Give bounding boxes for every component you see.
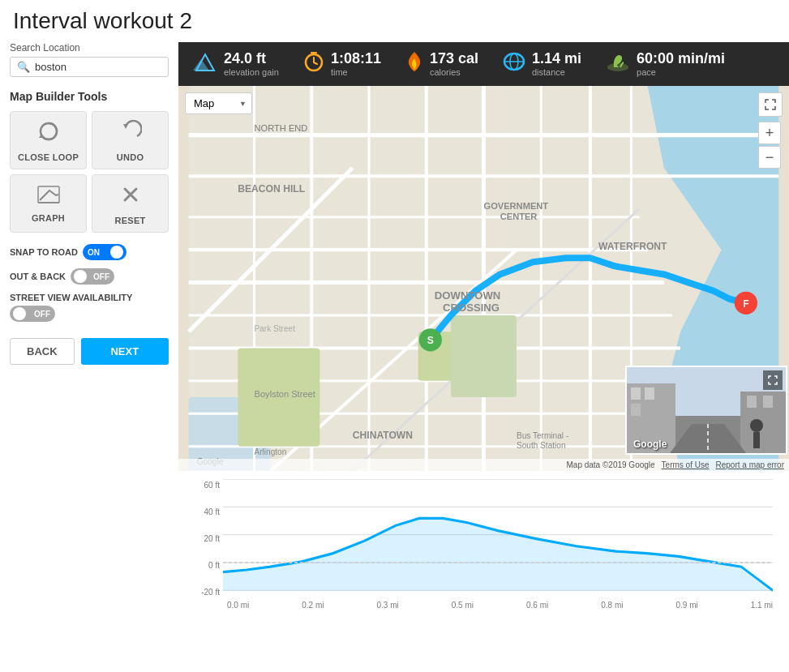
snap-to-road-label: SNAP TO ROAD — [10, 247, 78, 257]
time-value: 1:08:11 — [331, 51, 381, 67]
stat-pace: 60:00 min/mi pace — [606, 51, 725, 77]
pace-label: pace — [637, 67, 725, 77]
y-label-1: 40 ft — [182, 507, 220, 516]
svg-text:DOWNTOWN: DOWNTOWN — [435, 289, 500, 302]
pace-icon — [606, 51, 630, 77]
stat-elevation: 24.0 ft elevation gain — [193, 51, 279, 77]
street-view-knob — [13, 307, 26, 320]
x-label-7: 1.1 mi — [751, 601, 773, 610]
svg-text:CROSSING: CROSSING — [443, 302, 500, 314]
out-and-back-group: OUT & BACK OFF — [10, 268, 114, 285]
search-input[interactable] — [35, 61, 161, 73]
x-label-4: 0.6 mi — [526, 601, 548, 610]
snap-to-road-toggle[interactable]: ON — [83, 244, 126, 260]
snap-to-road-group: SNAP TO ROAD ON — [10, 244, 126, 260]
x-label-5: 0.8 mi — [601, 601, 623, 610]
svg-line-11 — [314, 62, 317, 64]
svg-point-72 — [750, 419, 763, 432]
stat-distance-text: 1.14 mi distance — [532, 51, 581, 77]
tool-grid: CLOSE LOOP UNDO — [10, 111, 169, 233]
map-container[interactable]: S F NORTH END BEACON HILL DOWNTOWN CROSS… — [178, 86, 789, 471]
map-type-select[interactable]: Map Satellite Terrain — [185, 92, 252, 114]
fullscreen-button[interactable] — [758, 92, 783, 117]
pace-value: 60:00 min/mi — [637, 51, 725, 67]
svg-text:GOVERNMENT: GOVERNMENT — [484, 201, 549, 211]
svg-text:Bus Terminal -: Bus Terminal - — [517, 431, 568, 440]
undo-label: UNDO — [117, 152, 144, 162]
zoom-out-button[interactable]: − — [758, 146, 781, 169]
reset-icon — [119, 183, 142, 211]
svg-rect-64 — [631, 387, 641, 400]
graph-button[interactable]: GRAPH — [10, 174, 87, 233]
svg-text:S: S — [427, 335, 434, 346]
svg-rect-68 — [747, 396, 757, 408]
undo-button[interactable]: UNDO — [92, 111, 169, 169]
map-footer: Map data ©2019 Google Terms of Use Repor… — [178, 459, 789, 471]
close-loop-label: CLOSE LOOP — [18, 152, 79, 162]
stat-calories-text: 173 cal calories — [430, 51, 478, 77]
out-off-text: OFF — [92, 272, 111, 281]
x-label-1: 0.2 mi — [302, 601, 324, 610]
tools-section-label: Map Builder Tools — [10, 90, 169, 103]
map-zoom-controls: + − — [758, 92, 783, 169]
search-icon: 🔍 — [17, 61, 30, 73]
close-loop-button[interactable]: CLOSE LOOP — [10, 111, 87, 169]
calories-value: 173 cal — [430, 51, 478, 67]
map-type-select-wrap[interactable]: Map Satellite Terrain — [185, 92, 252, 114]
elevation-icon — [193, 51, 217, 77]
map-controls-top: Map Satellite Terrain — [185, 92, 252, 114]
main-layout: Search Location 🔍 Map Builder Tools CLOS… — [0, 42, 789, 613]
svg-text:CHINATOWN: CHINATOWN — [353, 430, 413, 441]
svg-text:BEACON HILL: BEACON HILL — [238, 183, 305, 195]
distance-label: distance — [532, 67, 581, 77]
calories-label: calories — [430, 67, 478, 77]
elevation-value: 24.0 ft — [224, 51, 279, 67]
x-label-3: 0.5 mi — [452, 601, 474, 610]
stat-time-text: 1:08:11 time — [331, 51, 381, 77]
svg-marker-1 — [39, 134, 45, 138]
elevation-label: elevation gain — [224, 67, 279, 77]
page-title: Interval workout 2 — [0, 0, 789, 42]
back-button[interactable]: BACK — [10, 338, 75, 365]
street-view-toggle[interactable]: OFF — [10, 306, 55, 322]
close-loop-icon — [37, 120, 60, 148]
snap-on-text: ON — [86, 248, 101, 257]
error-link[interactable]: Report a map error — [716, 460, 784, 469]
svg-rect-73 — [753, 432, 760, 448]
x-label-6: 0.9 mi — [676, 601, 698, 610]
out-and-back-knob — [74, 270, 87, 283]
svg-text:Park Street: Park Street — [255, 324, 296, 333]
undo-icon — [119, 120, 142, 148]
stat-distance: 1.14 mi distance — [503, 51, 581, 77]
chart-y-labels: 60 ft 40 ft 20 ft 0 ft -20 ft — [178, 471, 223, 597]
street-view-label: STREET VIEW AVAILABILITY — [10, 293, 169, 302]
search-input-wrap: 🔍 — [10, 57, 169, 77]
svg-text:Boylston Street: Boylston Street — [255, 389, 315, 399]
next-button[interactable]: NEXT — [81, 338, 169, 365]
svg-marker-2 — [123, 124, 128, 129]
x-label-2: 0.3 mi — [377, 601, 399, 610]
y-label-0: 60 ft — [182, 481, 220, 490]
street-off-text: OFF — [32, 310, 52, 319]
terms-link[interactable]: Terms of Use — [662, 460, 710, 469]
map-data-text: Map data ©2019 Google — [566, 460, 654, 469]
calories-icon — [405, 50, 423, 78]
reset-button[interactable]: RESET — [92, 174, 169, 233]
search-label: Search Location — [10, 42, 169, 54]
stats-bar: 24.0 ft elevation gain 1:08:11 time — [178, 42, 789, 86]
zoom-in-button[interactable]: + — [758, 122, 781, 144]
stat-pace-text: 60:00 min/mi pace — [637, 51, 725, 77]
svg-text:Arlington: Arlington — [255, 447, 287, 456]
svg-text:NORTH END: NORTH END — [255, 123, 308, 133]
right-panel: 24.0 ft elevation gain 1:08:11 time — [178, 42, 789, 613]
stat-time: 1:08:11 time — [303, 51, 381, 77]
svg-text:F: F — [743, 298, 748, 310]
out-and-back-toggle[interactable]: OFF — [71, 268, 114, 285]
time-label: time — [331, 67, 381, 77]
y-label-2: 20 ft — [182, 534, 220, 543]
snap-to-road-knob — [110, 246, 123, 259]
street-view-thumbnail: Google — [625, 366, 787, 455]
distance-icon — [503, 51, 525, 77]
street-view-expand-button[interactable] — [763, 370, 783, 390]
svg-text:CENTER: CENTER — [500, 212, 538, 221]
